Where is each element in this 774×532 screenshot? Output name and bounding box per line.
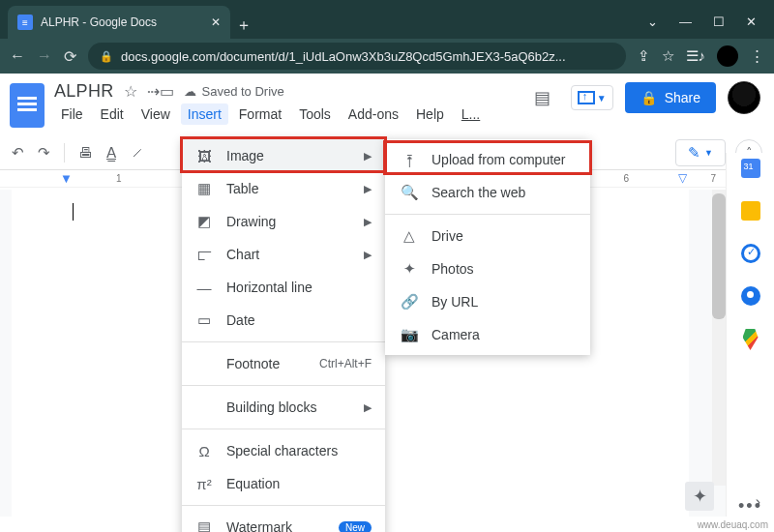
window-controls: ⌄ — ☐ ✕	[647, 15, 774, 39]
docs-favicon: ≡	[17, 15, 33, 30]
spellcheck-icon[interactable]: A̲	[106, 144, 116, 162]
close-window-icon[interactable]: ✕	[746, 15, 757, 29]
submenu-arrow-icon: ▶	[364, 150, 372, 163]
paint-format-icon[interactable]: ⟋	[130, 144, 144, 161]
close-tab-icon[interactable]: ✕	[211, 15, 221, 29]
minimize-icon[interactable]: —	[679, 15, 692, 29]
contacts-icon[interactable]	[741, 286, 760, 306]
menu-file[interactable]: File	[54, 103, 90, 125]
address-bar: ← → ⟳ 🔒 docs.google.com/document/d/1_iUd…	[0, 39, 774, 74]
new-tab-button[interactable]: ＋	[230, 12, 257, 39]
menu-item-label: Equation	[226, 476, 280, 491]
menu-item-watermark[interactable]: ▤WatermarkNew	[182, 511, 385, 532]
calendar-icon[interactable]	[741, 159, 760, 178]
reload-icon[interactable]: ⟳	[64, 47, 76, 66]
maps-icon[interactable]	[743, 329, 759, 350]
date-icon: ▭	[195, 311, 213, 329]
menu-edit[interactable]: Edit	[94, 103, 131, 125]
drive-icon: △	[401, 227, 418, 245]
print-icon[interactable]: 🖶	[78, 144, 93, 161]
submenu-camera[interactable]: 📷Camera	[385, 318, 590, 351]
maximize-icon[interactable]: ☐	[713, 15, 725, 29]
menu-item-label: Special characters	[226, 443, 338, 458]
submenu-arrow-icon: ▶	[364, 401, 372, 414]
comments-icon[interactable]: ▤	[526, 81, 559, 114]
back-icon[interactable]: ←	[10, 47, 25, 65]
keep-icon[interactable]	[741, 201, 760, 221]
redo-icon[interactable]: ↷	[38, 144, 50, 162]
docs-logo[interactable]	[10, 83, 45, 128]
right-indent-marker-icon[interactable]: ▽	[678, 171, 687, 185]
lock-icon: 🔒	[100, 50, 113, 63]
present-button[interactable]: ▼	[571, 85, 613, 110]
menu-overflow[interactable]: L...	[455, 103, 487, 125]
menu-addons[interactable]: Add-ons	[342, 103, 405, 125]
photos-icon: ✦	[401, 260, 418, 278]
menu-item-equation[interactable]: π²Equation	[182, 467, 385, 500]
menu-item-label: Chart	[226, 247, 259, 262]
tasks-icon[interactable]	[741, 244, 760, 263]
text-caret	[73, 203, 74, 221]
editing-mode-button[interactable]: ✎ ▼	[675, 139, 726, 166]
menu-tools[interactable]: Tools	[292, 103, 338, 125]
image-submenu: ⭱Upload from computer 🔍Search the web △D…	[385, 139, 590, 355]
submenu-photos[interactable]: ✦Photos	[385, 252, 590, 285]
menu-format[interactable]: Format	[232, 103, 288, 125]
browser-tab[interactable]: ≡ ALPHR - Google Docs ✕	[8, 6, 230, 39]
pen-icon: ✎	[688, 144, 700, 162]
submenu-drive[interactable]: △Drive	[385, 220, 590, 252]
menu-item-label: Upload from computer	[432, 152, 566, 167]
menu-item-special-chars[interactable]: ΩSpecial characters	[182, 434, 385, 467]
extension-avatar-icon[interactable]	[717, 45, 738, 67]
star-icon[interactable]: ☆	[662, 47, 674, 65]
cloud-icon: ☁	[184, 84, 196, 99]
table-icon: ▦	[195, 180, 213, 197]
doc-title[interactable]: ALPHR	[54, 81, 114, 102]
explore-button[interactable]: ✦	[685, 482, 714, 511]
side-panel: •••	[726, 153, 774, 517]
url-box[interactable]: 🔒 docs.google.com/document/d/1_iUdLaOnw3…	[88, 43, 626, 70]
undo-icon[interactable]: ↶	[12, 144, 24, 162]
menu-bar: File Edit View Insert Format Tools Add-o…	[54, 103, 487, 125]
saved-label: Saved to Drive	[202, 84, 284, 99]
ruler-tick: 6	[623, 173, 629, 184]
menu-item-table[interactable]: ▦Table▶	[182, 172, 385, 205]
share-label: Share	[665, 90, 700, 105]
forward-icon[interactable]: →	[37, 47, 52, 65]
menu-item-label: Watermark	[226, 519, 292, 532]
share-page-icon[interactable]: ⇪	[638, 47, 650, 65]
menu-item-building-blocks[interactable]: Building blocks▶	[182, 391, 385, 424]
reading-list-icon[interactable]: ☰♪	[686, 47, 706, 65]
star-doc-icon[interactable]: ☆	[124, 82, 137, 101]
menu-item-label: Date	[226, 312, 255, 328]
omega-icon: Ω	[195, 443, 213, 459]
menu-item-date[interactable]: ▭Date	[182, 304, 385, 337]
submenu-upload-from-computer[interactable]: ⭱Upload from computer	[385, 143, 590, 176]
menu-insert[interactable]: Insert	[181, 103, 228, 125]
kebab-menu-icon[interactable]: ⋮	[750, 47, 764, 65]
submenu-search-web[interactable]: 🔍Search the web	[385, 176, 590, 209]
menu-item-hr[interactable]: —Horizontal line	[182, 271, 385, 304]
share-button[interactable]: 🔒 Share	[625, 82, 716, 113]
shortcut-label: Ctrl+Alt+F	[319, 357, 372, 370]
menu-item-label: Footnote	[226, 356, 280, 371]
scrollbar-thumb[interactable]	[712, 193, 726, 319]
saved-status[interactable]: ☁ Saved to Drive	[184, 84, 284, 99]
chevron-down-icon[interactable]: ⌄	[647, 15, 658, 29]
submenu-by-url[interactable]: 🔗By URL	[385, 285, 590, 318]
caret-down-icon: ▼	[704, 148, 713, 158]
menu-item-label: Image	[226, 148, 264, 163]
menu-view[interactable]: View	[134, 103, 177, 125]
menu-item-drawing[interactable]: ◩Drawing▶	[182, 205, 385, 238]
menu-item-footnote[interactable]: FootnoteCtrl+Alt+F	[182, 347, 385, 380]
account-avatar[interactable]	[728, 81, 760, 114]
menu-help[interactable]: Help	[409, 103, 451, 125]
hr-icon: —	[195, 280, 213, 296]
menu-item-chart[interactable]: ⫍Chart▶	[182, 238, 385, 271]
move-doc-icon[interactable]: ⇢▭	[147, 82, 174, 101]
hide-sidepanel-icon[interactable]: ›	[756, 493, 760, 511]
chart-icon: ⫍	[195, 247, 213, 263]
present-icon	[578, 91, 595, 104]
menu-item-image[interactable]: 🖼Image▶	[182, 139, 385, 172]
indent-marker-icon[interactable]: ▼	[60, 171, 73, 186]
